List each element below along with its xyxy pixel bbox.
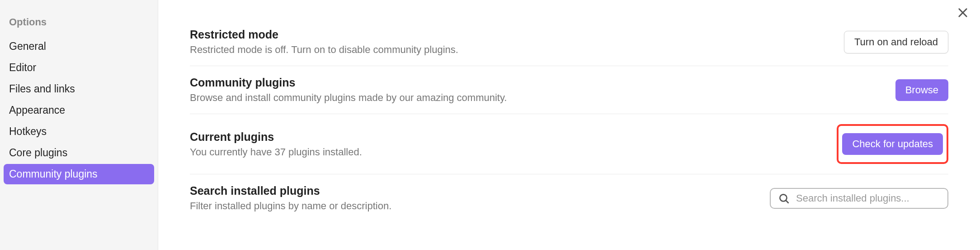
- turn-on-and-reload-button[interactable]: Turn on and reload: [844, 31, 948, 53]
- setting-title: Search installed plugins: [190, 184, 752, 197]
- browse-button[interactable]: Browse: [895, 79, 948, 101]
- setting-title: Current plugins: [190, 130, 819, 144]
- setting-text: Restricted mode Restricted mode is off. …: [190, 28, 826, 56]
- search-wrapper: [770, 188, 948, 209]
- sidebar-item-appearance[interactable]: Appearance: [4, 100, 154, 120]
- setting-desc: Restricted mode is off. Turn on to disab…: [190, 44, 826, 56]
- setting-title: Community plugins: [190, 76, 877, 89]
- setting-community-plugins: Community plugins Browse and install com…: [190, 66, 948, 114]
- sidebar-item-core-plugins[interactable]: Core plugins: [4, 143, 154, 163]
- setting-current-plugins: Current plugins You currently have 37 pl…: [190, 114, 948, 174]
- sidebar-heading: Options: [4, 16, 154, 36]
- setting-text: Community plugins Browse and install com…: [190, 76, 877, 104]
- setting-text: Current plugins You currently have 37 pl…: [190, 130, 819, 158]
- setting-desc: Browse and install community plugins mad…: [190, 92, 877, 104]
- search-icon: [778, 192, 790, 204]
- setting-desc: Filter installed plugins by name or desc…: [190, 200, 752, 212]
- sidebar-item-community-plugins[interactable]: Community plugins: [4, 164, 154, 184]
- svg-line-3: [786, 200, 788, 202]
- main-content: Restricted mode Restricted mode is off. …: [158, 0, 980, 250]
- sidebar-item-editor[interactable]: Editor: [4, 58, 154, 78]
- setting-restricted-mode: Restricted mode Restricted mode is off. …: [190, 18, 948, 66]
- sidebar-item-files-and-links[interactable]: Files and links: [4, 79, 154, 99]
- setting-title: Restricted mode: [190, 28, 826, 41]
- setting-text: Search installed plugins Filter installe…: [190, 184, 752, 212]
- setting-desc: You currently have 37 plugins installed.: [190, 146, 819, 158]
- search-input[interactable]: [796, 192, 940, 204]
- close-button[interactable]: [956, 6, 969, 21]
- setting-search-plugins: Search installed plugins Filter installe…: [190, 174, 948, 222]
- sidebar-item-hotkeys[interactable]: Hotkeys: [4, 121, 154, 142]
- highlight-annotation: Check for updates: [837, 124, 948, 164]
- check-for-updates-button[interactable]: Check for updates: [842, 133, 943, 155]
- sidebar: Options General Editor Files and links A…: [0, 0, 158, 250]
- close-icon: [956, 6, 969, 19]
- sidebar-item-general[interactable]: General: [4, 36, 154, 57]
